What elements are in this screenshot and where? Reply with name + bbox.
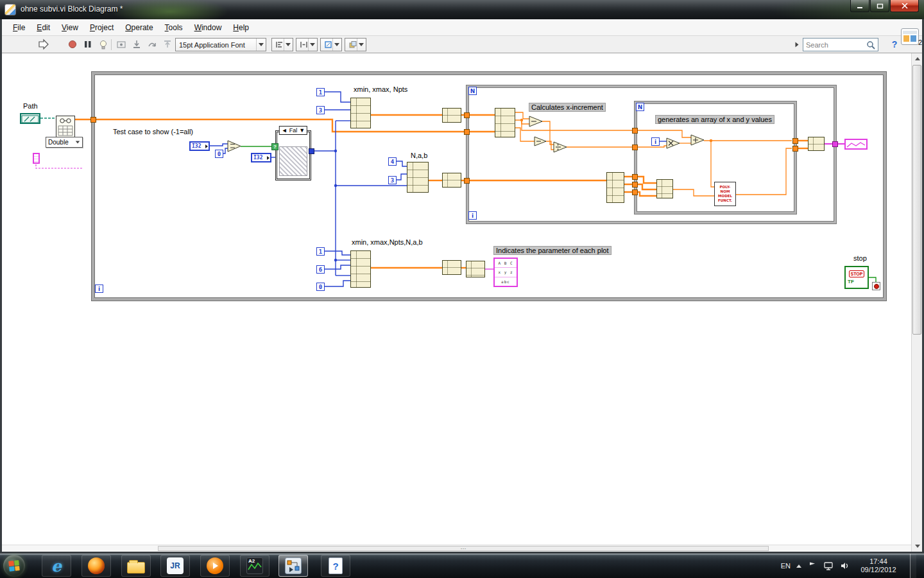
step-over-button[interactable]	[145, 37, 159, 51]
index-array-node-c[interactable]	[656, 179, 673, 198]
index-array-node-a[interactable]	[495, 108, 515, 137]
string-constant[interactable]	[33, 153, 40, 164]
case-selector-terminal[interactable]: ?	[271, 143, 278, 150]
i32-control-terminal-2[interactable]: I32	[251, 153, 271, 162]
network-icon[interactable]	[823, 561, 834, 571]
numeric-constant-1[interactable]: 1	[316, 88, 325, 96]
menu-help[interactable]: Help	[227, 21, 255, 35]
taskbar-labview-vi[interactable]: A2	[240, 555, 270, 577]
terminal-arrow-icon	[267, 156, 270, 160]
horizontal-scroll-thumb[interactable]: ···	[158, 546, 769, 551]
i32-control-terminal[interactable]: I32	[189, 141, 210, 151]
numeric-constant-0[interactable]: 0	[215, 150, 223, 158]
menu-edit[interactable]: Edit	[31, 21, 56, 35]
labview-taskbar-preview-icon[interactable]	[901, 28, 919, 45]
flag-action-center-icon[interactable]	[807, 561, 817, 571]
labview-window-count-badge: 2	[918, 39, 922, 46]
retain-wire-values-button[interactable]	[114, 37, 128, 51]
clock[interactable]: 17:44 09/12/2012	[855, 557, 902, 574]
close-button[interactable]	[890, 0, 919, 12]
taskbar-media-player[interactable]	[200, 555, 230, 577]
minimize-button[interactable]	[850, 0, 869, 12]
case-structure[interactable]: ◄ Fal ▼	[275, 130, 311, 180]
case-next-icon[interactable]: ▼	[299, 127, 305, 134]
index-array-node-b[interactable]	[606, 172, 624, 203]
font-selector[interactable]: 15pt Application Font	[175, 38, 266, 51]
numeric-constant-6[interactable]: 6	[316, 265, 325, 274]
inner-for-loop-iteration-terminal[interactable]: i	[651, 137, 660, 146]
taskbar-labview-help[interactable]: ?	[321, 555, 350, 577]
resize-objects-button[interactable]	[320, 38, 342, 51]
build-array-node-2[interactable]	[407, 162, 429, 193]
numeric-constant-3b[interactable]: 3	[388, 176, 397, 184]
scroll-up-button[interactable]	[912, 53, 922, 64]
distribute-objects-button[interactable]	[296, 38, 318, 51]
read-spreadsheet-file-node[interactable]	[56, 116, 75, 137]
build-array-node-1[interactable]	[350, 98, 371, 128]
language-indicator[interactable]: EN	[781, 562, 791, 570]
menu-tools[interactable]: Tools	[159, 21, 189, 35]
step-out-button[interactable]	[160, 37, 175, 51]
taskbar-internet-explorer[interactable]: e	[42, 555, 71, 577]
numeric-constant-4[interactable]: 4	[388, 157, 397, 166]
abort-button[interactable]	[66, 37, 79, 51]
while-loop-iteration-terminal[interactable]: i	[95, 285, 103, 293]
generates-comment[interactable]: generates an array of x and y values	[655, 115, 774, 124]
bundle-node[interactable]	[808, 137, 825, 151]
number-to-string-node[interactable]	[466, 261, 485, 277]
show-desktop-button[interactable]	[910, 554, 916, 578]
highlight-execution-button[interactable]	[97, 37, 110, 51]
inner-for-loop-count-terminal[interactable]: N	[636, 103, 644, 111]
polymorphic-selector[interactable]: Double	[46, 137, 83, 148]
indicates-comment[interactable]: Indicates the parameter of each plot	[493, 246, 612, 255]
pause-button[interactable]	[81, 37, 94, 51]
search-options-button[interactable]	[792, 37, 801, 51]
calculates-comment[interactable]: Calculates x-increment	[529, 103, 606, 112]
reorder-objects-button[interactable]	[345, 38, 366, 51]
taskbar-jr-app[interactable]: JR	[160, 555, 190, 577]
xmin-xmax-npts-nab-label: xmin, xmax,Npts,N,a,b	[352, 238, 423, 246]
labview-window-icon[interactable]	[4, 4, 16, 15]
array-function-node-1[interactable]	[442, 108, 461, 123]
menu-operate[interactable]: Operate	[119, 21, 158, 35]
horizontal-scrollbar[interactable]: ···	[2, 545, 911, 552]
context-help-button[interactable]: ?	[887, 37, 902, 51]
path-control-terminal[interactable]	[20, 113, 40, 124]
menu-file[interactable]: File	[7, 21, 31, 35]
block-diagram-canvas[interactable]: Path Double Test case to show (-1=all) I…	[2, 53, 922, 552]
taskbar-firefox[interactable]	[81, 555, 111, 577]
case-prev-icon[interactable]: ◄	[282, 127, 287, 134]
for-loop-iteration-terminal[interactable]: i	[468, 211, 477, 220]
polynomial-model-subvi[interactable]: POLY- NOM MODEL FUNCT.	[714, 182, 736, 206]
start-button[interactable]	[3, 555, 25, 577]
menu-window[interactable]: Window	[189, 21, 228, 35]
menu-view[interactable]: View	[56, 21, 84, 35]
speaker-icon[interactable]	[839, 561, 850, 571]
stop-button-terminal[interactable]: STOP TF	[844, 266, 869, 289]
system-tray: EN 17:44 09/12/2012	[781, 554, 916, 578]
for-loop-count-terminal[interactable]: N	[468, 87, 477, 95]
run-button[interactable]	[35, 37, 52, 51]
case-selector[interactable]: ◄ Fal ▼	[279, 126, 307, 135]
string-array-node[interactable]: A B C x y z abc	[493, 258, 518, 287]
menu-project[interactable]: Project	[84, 21, 119, 35]
vertical-scrollbar[interactable]	[911, 53, 922, 552]
taskbar-labview-block-diagram[interactable]	[278, 555, 308, 577]
xy-graph-terminal[interactable]	[844, 139, 868, 150]
vertical-scroll-thumb[interactable]	[912, 65, 921, 335]
loop-condition-terminal[interactable]	[872, 282, 880, 290]
numeric-constant-0b[interactable]: 0	[316, 283, 325, 291]
stop-condition-icon	[874, 284, 879, 289]
build-array-node-3[interactable]	[350, 250, 371, 288]
search-input[interactable]: Search	[803, 38, 878, 51]
show-hidden-icons-button[interactable]	[796, 565, 801, 568]
numeric-constant-1b[interactable]: 1	[316, 247, 325, 256]
taskbar-explorer[interactable]	[121, 555, 151, 577]
align-objects-button[interactable]	[271, 38, 293, 51]
step-into-button[interactable]	[130, 37, 144, 51]
maximize-button[interactable]	[870, 0, 889, 12]
scroll-down-button[interactable]	[912, 541, 922, 552]
array-function-node-3[interactable]	[442, 260, 461, 275]
array-function-node-2[interactable]	[442, 173, 461, 188]
numeric-constant-3[interactable]: 3	[316, 106, 325, 114]
